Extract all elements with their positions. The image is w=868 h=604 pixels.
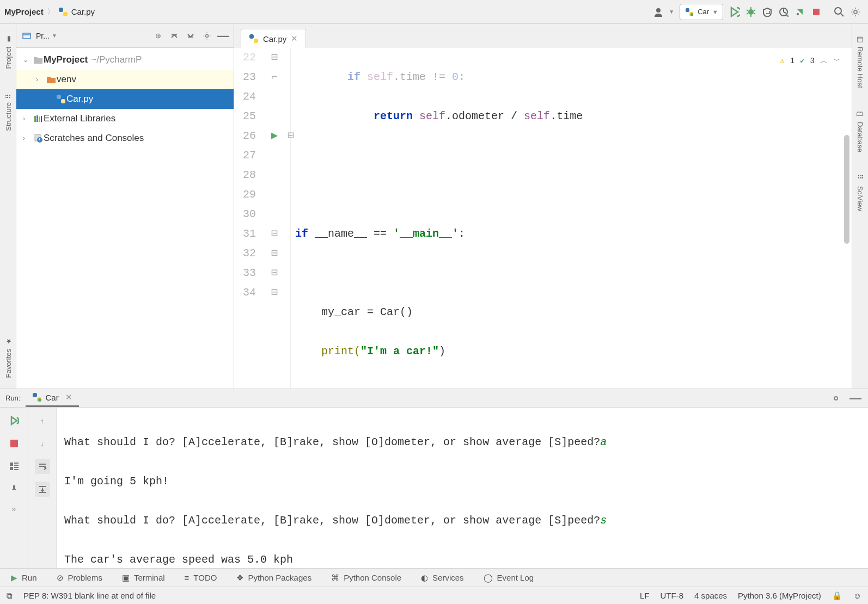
terminal-tab-button[interactable]: ▣Terminal: [122, 573, 165, 583]
services-icon: ◐: [421, 573, 428, 583]
tree-external-libraries[interactable]: › External Libraries: [16, 109, 234, 128]
tree-file-car[interactable]: Car.py: [16, 89, 234, 109]
prev-highlight-icon[interactable]: ︿: [820, 51, 828, 71]
more-icon[interactable]: »: [12, 504, 16, 513]
tree-project-root[interactable]: ⌄ MyProject ~/PycharmP: [16, 50, 234, 70]
dropdown-arrow-icon[interactable]: ▼: [667, 4, 676, 20]
svg-rect-42: [14, 469, 19, 470]
collapse-all-icon[interactable]: [184, 29, 198, 43]
svg-line-9: [747, 10, 748, 11]
tree-scratches[interactable]: › Scratches and Consoles: [16, 128, 234, 148]
favorites-tool-tab[interactable]: Favorites★: [4, 337, 13, 378]
structure-icon: ⠿: [4, 90, 13, 99]
settings-icon[interactable]: [847, 4, 864, 20]
chevron-down-icon[interactable]: ⌄: [23, 56, 33, 64]
chevron-right-icon[interactable]: ›: [36, 76, 46, 83]
locate-icon[interactable]: ⊕: [151, 29, 165, 43]
profile-button[interactable]: [775, 4, 792, 20]
python-console-tab-button[interactable]: ⌘Python Console: [331, 573, 401, 583]
interpreter[interactable]: Python 3.6 (MyProject): [738, 591, 821, 600]
project-tree[interactable]: ⌄ MyProject ~/PycharmP › venv Car.py › E…: [16, 48, 234, 389]
lock-icon[interactable]: 🔒: [832, 591, 842, 601]
code-editor[interactable]: 22 23 24 25 26 27 28 29 30 31 32 33 34 ⊟…: [234, 48, 852, 389]
rerun-button[interactable]: [7, 413, 22, 428]
up-arrow-icon[interactable]: ↑: [35, 413, 50, 428]
hide-icon[interactable]: —: [848, 391, 863, 405]
svg-rect-32: [33, 393, 37, 397]
close-icon[interactable]: ✕: [65, 392, 72, 402]
fold-icon[interactable]: ⊟: [264, 48, 285, 67]
search-icon[interactable]: [831, 4, 847, 20]
editor-tab[interactable]: Car.py ✕: [241, 29, 306, 48]
line-number-gutter[interactable]: 22 23 24 25 26 27 28 29 30 31 32 33 34: [234, 48, 260, 389]
line-number: 29: [234, 185, 256, 205]
tree-venv[interactable]: › venv: [16, 70, 234, 89]
hide-icon[interactable]: —: [216, 29, 230, 43]
code-content[interactable]: if self.time != 0: return self.odometer …: [291, 48, 852, 389]
fold-icon[interactable]: ⊟: [264, 224, 285, 244]
run-button[interactable]: [726, 4, 743, 20]
svg-rect-27: [41, 116, 42, 122]
debug-button[interactable]: [743, 4, 759, 20]
down-arrow-icon[interactable]: ↓: [35, 436, 50, 451]
fold-icon[interactable]: ⊟: [264, 283, 285, 303]
fold-icon[interactable]: ⊟: [264, 263, 285, 283]
gear-icon[interactable]: [200, 29, 214, 43]
view-mode-icon[interactable]: [20, 29, 34, 43]
vertical-scrollbar[interactable]: [844, 135, 849, 244]
status-message[interactable]: PEP 8: W391 blank line at end of file: [23, 591, 156, 600]
stop-button[interactable]: [808, 4, 824, 20]
todo-tab-button[interactable]: ≡TODO: [185, 573, 217, 582]
breadcrumb[interactable]: MyProject 〉 Car.py: [4, 7, 95, 17]
event-log-tab-button[interactable]: ◯Event Log: [484, 573, 534, 583]
chevron-down-icon[interactable]: ▼: [52, 33, 57, 39]
expand-all-icon[interactable]: [167, 29, 181, 43]
scroll-end-icon[interactable]: [35, 482, 50, 497]
run-tab[interactable]: Car ✕: [26, 389, 78, 407]
chevron-right-icon[interactable]: ›: [23, 115, 33, 122]
run-config-selector[interactable]: Car ▼: [680, 4, 723, 20]
close-icon[interactable]: ✕: [291, 34, 298, 44]
structure-tool-tab[interactable]: Structure⠿: [4, 90, 13, 131]
play-icon: ▶: [11, 573, 17, 583]
fold-icon[interactable]: ⊟: [264, 244, 285, 263]
breadcrumb-file[interactable]: Car.py: [71, 7, 95, 16]
layout-icon[interactable]: [7, 459, 22, 474]
inspection-widget[interactable]: ⚠1 ✔3 ︿ ﹀: [780, 51, 841, 71]
python-packages-tab-button[interactable]: ❖Python Packages: [236, 573, 311, 583]
problems-tab-button[interactable]: ⊘Problems: [57, 573, 102, 583]
pin-icon[interactable]: [7, 482, 22, 497]
fold-icon[interactable]: ⊟: [280, 126, 302, 146]
stop-run-button[interactable]: [7, 436, 22, 451]
run-tab-button[interactable]: ▶Run: [11, 573, 37, 583]
indent-setting[interactable]: 4 spaces: [694, 591, 727, 600]
line-number: 27: [234, 146, 256, 165]
project-panel-title[interactable]: Pr...: [36, 32, 50, 40]
file-encoding[interactable]: UTF-8: [661, 591, 684, 600]
line-separator[interactable]: LF: [640, 591, 650, 600]
gutter-icons[interactable]: ⊟ ⌐ ▶ ⊟ ⊟ ⊟ ⊟ ⊟: [260, 48, 291, 389]
chevron-right-icon[interactable]: ›: [23, 134, 33, 142]
sciview-tool-tab[interactable]: ⠿SciView: [856, 174, 865, 211]
svg-line-11: [747, 13, 748, 14]
coverage-button[interactable]: [759, 4, 775, 20]
database-tool-tab[interactable]: 🗃Database: [856, 110, 865, 152]
remote-host-tool-tab[interactable]: ▤Remote Host: [856, 35, 865, 88]
project-tool-tab[interactable]: Project▮: [4, 35, 13, 69]
list-icon: ≡: [185, 573, 190, 582]
warning-icon: ⚠: [780, 51, 784, 71]
svg-rect-22: [57, 95, 61, 99]
fold-end-icon[interactable]: ⌐: [264, 67, 285, 87]
breadcrumb-project[interactable]: MyProject: [4, 7, 44, 16]
attach-button[interactable]: [792, 4, 808, 20]
soft-wrap-icon[interactable]: [35, 459, 50, 474]
services-tab-button[interactable]: ◐Services: [421, 573, 464, 583]
hector-icon[interactable]: ☺: [853, 591, 861, 600]
next-highlight-icon[interactable]: ﹀: [833, 51, 841, 71]
python-icon: ⌘: [331, 573, 339, 583]
gear-icon[interactable]: [829, 391, 843, 405]
svg-line-17: [841, 14, 843, 16]
tool-windows-icon[interactable]: ⧉: [7, 591, 13, 601]
svg-rect-3: [686, 8, 689, 12]
user-icon[interactable]: [650, 4, 667, 20]
